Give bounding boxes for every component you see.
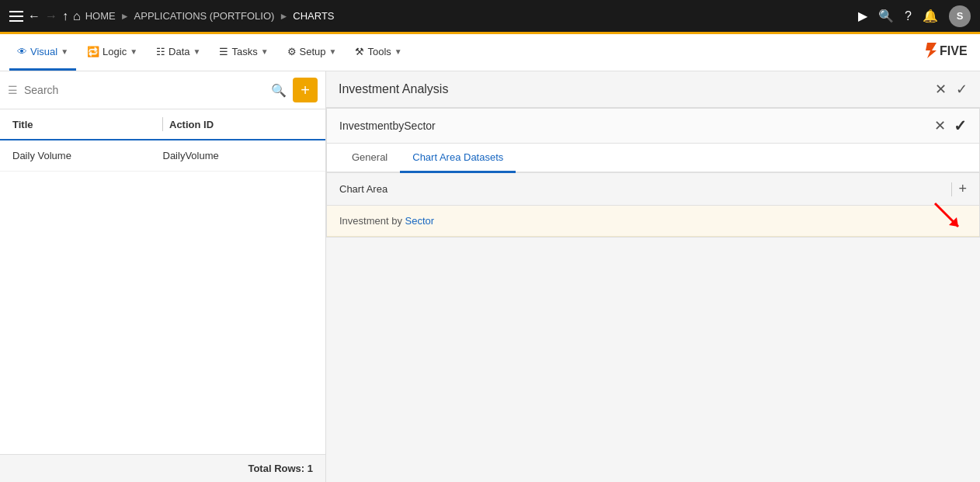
tabs: General Chart Area Datasets: [327, 144, 979, 173]
avatar[interactable]: S: [949, 5, 971, 27]
search-nav-icon[interactable]: 🔍: [878, 9, 894, 23]
up-icon[interactable]: ↑: [62, 9, 68, 23]
row-action-id: DailyVolume: [163, 150, 314, 161]
close-subpanel-icon[interactable]: ✕: [934, 117, 946, 134]
tab-general[interactable]: General: [339, 144, 400, 173]
table-row[interactable]: Daily Volume DailyVolume: [0, 140, 325, 172]
breadcrumb-sep1: ►: [120, 11, 130, 22]
visual-caret: ▼: [61, 47, 68, 56]
breadcrumb-portfolio[interactable]: APPLICATIONS (PORTFOLIO): [134, 10, 275, 22]
tab-tools-label: Tools: [367, 46, 391, 57]
tab-setup-label: Setup: [300, 46, 326, 57]
setup-icon: ⚙: [287, 46, 297, 57]
tab-chart-area-datasets-label: Chart Area Datasets: [412, 151, 503, 163]
chart-area-row-highlight: Sector: [405, 215, 435, 227]
row-title: Daily Volume: [12, 150, 163, 161]
visual-icon: 👁: [17, 46, 27, 57]
top-nav: ← → ↑ ⌂ HOME ► APPLICATIONS (PORTFOLIO) …: [0, 0, 980, 34]
hamburger-menu[interactable]: [9, 11, 23, 22]
total-rows-label: Total Rows: 1: [248, 463, 313, 474]
bell-icon[interactable]: 🔔: [923, 9, 938, 23]
tools-caret: ▼: [394, 47, 402, 56]
help-icon[interactable]: ?: [905, 9, 912, 23]
search-input[interactable]: [24, 84, 265, 96]
add-button[interactable]: +: [293, 78, 318, 102]
table-header: Title Action ID: [0, 109, 325, 140]
tab-tasks[interactable]: ☰ Tasks ▼: [211, 34, 276, 71]
five-logo: FIVE: [924, 40, 971, 65]
chart-area-row[interactable]: Investment by Sector: [327, 206, 979, 237]
left-panel: ☰ 🔍 + Title Action ID Daily Volume Daily…: [0, 71, 326, 482]
tab-logic-label: Logic: [103, 46, 127, 57]
tab-visual[interactable]: 👁 Visual ▼: [9, 34, 76, 71]
play-icon[interactable]: ▶: [858, 9, 867, 23]
logic-caret: ▼: [130, 47, 137, 56]
panel-header: Investment Analysis ✕ ✓: [326, 71, 980, 108]
sub-panel-actions: ✕ ✓: [934, 116, 967, 135]
sub-panel-title: InvestmentbySector: [339, 120, 934, 132]
forward-icon[interactable]: →: [45, 9, 57, 23]
sub-panel: InvestmentbySector ✕ ✓ General Chart Are…: [326, 108, 980, 238]
tasks-icon: ☰: [219, 46, 228, 57]
panel-header-actions: ✕ ✓: [935, 81, 968, 98]
data-icon: ☷: [156, 46, 165, 57]
tab-data-label: Data: [169, 46, 189, 57]
chart-area-row-prefix: Investment by: [339, 215, 405, 227]
search-icon[interactable]: 🔍: [271, 83, 287, 98]
right-panel: Investment Analysis ✕ ✓ InvestmentbySect…: [326, 71, 980, 482]
logic-icon: 🔁: [87, 46, 99, 57]
sub-panel-header: InvestmentbySector ✕ ✓: [327, 109, 979, 144]
close-panel-icon[interactable]: ✕: [935, 81, 947, 98]
col-action-id: Action ID: [169, 119, 313, 130]
col-divider: [162, 117, 163, 131]
back-icon[interactable]: ←: [28, 9, 40, 23]
tab-tools[interactable]: ⚒ Tools ▼: [347, 34, 409, 71]
tab-chart-area-datasets[interactable]: Chart Area Datasets: [400, 144, 516, 173]
search-bar: ☰ 🔍 +: [0, 71, 325, 109]
tab-visual-label: Visual: [30, 46, 57, 57]
tools-icon: ⚒: [355, 46, 364, 57]
five-logo-container: FIVE: [924, 40, 971, 65]
filter-icon[interactable]: ☰: [8, 84, 18, 96]
home-icon[interactable]: ⌂: [73, 9, 81, 23]
panel-title: Investment Analysis: [339, 82, 935, 96]
confirm-panel-icon[interactable]: ✓: [956, 81, 968, 98]
setup-caret: ▼: [329, 47, 337, 56]
toolbar: 👁 Visual ▼ 🔁 Logic ▼ ☷ Data ▼ ☰ Tasks ▼ …: [0, 34, 980, 71]
section-add-icon[interactable]: +: [958, 181, 967, 197]
tab-general-label: General: [352, 151, 387, 163]
main-content: ☰ 🔍 + Title Action ID Daily Volume Daily…: [0, 71, 980, 482]
tab-logic[interactable]: 🔁 Logic ▼: [79, 34, 145, 71]
left-panel-footer: Total Rows: 1: [0, 454, 325, 482]
confirm-subpanel-icon[interactable]: ✓: [954, 116, 967, 135]
data-caret: ▼: [193, 47, 201, 56]
tab-setup[interactable]: ⚙ Setup ▼: [280, 34, 345, 71]
col-title: Title: [12, 119, 156, 130]
svg-text:FIVE: FIVE: [940, 44, 968, 57]
svg-marker-0: [926, 43, 937, 58]
section-divider: [951, 182, 952, 196]
section-title: Chart Area: [339, 183, 945, 195]
tab-tasks-label: Tasks: [231, 46, 257, 57]
breadcrumb-charts[interactable]: CHARTS: [293, 10, 334, 22]
tab-data[interactable]: ☷ Data ▼: [148, 34, 208, 71]
breadcrumb-home[interactable]: HOME: [85, 10, 116, 22]
tasks-caret: ▼: [261, 47, 269, 56]
breadcrumb-sep2: ►: [279, 11, 288, 22]
section-header: Chart Area +: [327, 173, 979, 206]
